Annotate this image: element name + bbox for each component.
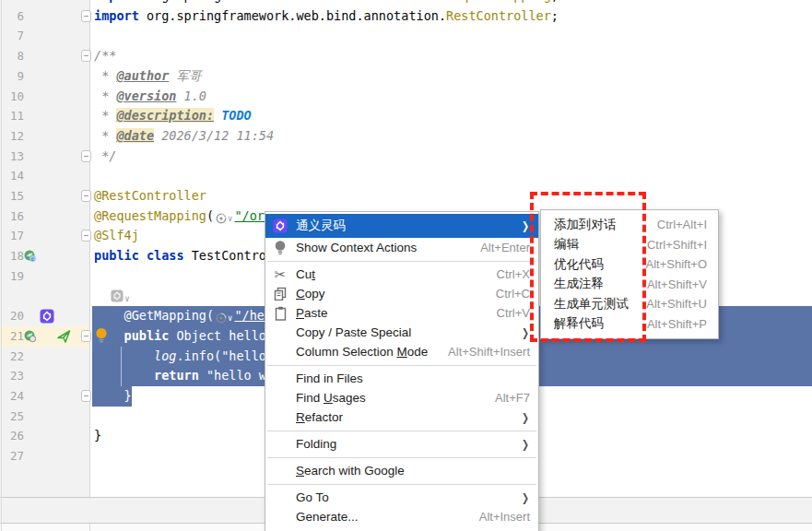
fold-marker-icon[interactable] bbox=[81, 10, 91, 22]
fold-marker-icon[interactable] bbox=[81, 150, 91, 162]
menu-item-label: Paste bbox=[296, 306, 328, 320]
menu-item-find-usages[interactable]: Find UsagesAlt+F7 bbox=[265, 388, 538, 407]
submenu-shortcut: Alt+Shift+U bbox=[646, 297, 707, 311]
code-token: "hello w bbox=[206, 368, 266, 383]
menu-separator bbox=[265, 454, 538, 461]
cut-icon: ✂ bbox=[272, 266, 288, 283]
lingma-inlay-row: ∨ bbox=[94, 287, 132, 307]
line-number: 19 bbox=[0, 269, 24, 283]
code-token: org.springframework.web.bind.annotation. bbox=[139, 8, 446, 23]
fold-marker-icon[interactable] bbox=[81, 190, 91, 202]
menu-item-label: Go To bbox=[296, 490, 329, 504]
bean-gutter-icon[interactable]: c bbox=[23, 249, 38, 264]
code-line: */ bbox=[94, 147, 116, 167]
code-token: */ bbox=[94, 148, 116, 163]
code-token: org.springframework.web.bind.annotation. bbox=[139, 0, 446, 3]
menu-item-copy[interactable]: CopyCtrl+C bbox=[265, 284, 538, 303]
code-line: @GetMapping(∨"/he bbox=[94, 306, 265, 326]
menu-item-refactor[interactable]: Refactor❯ bbox=[265, 407, 538, 427]
panel-left-border bbox=[1, 0, 2, 531]
code-token: RequestMapping bbox=[446, 0, 551, 3]
line-number: 12 bbox=[0, 129, 24, 143]
code-line: * @author 军哥 bbox=[94, 66, 201, 87]
menu-item-label: Copy bbox=[296, 287, 325, 301]
code-token: public class bbox=[94, 248, 184, 263]
menu-item-label: 通义灵码 bbox=[296, 218, 346, 234]
bottom-panel-divider bbox=[89, 524, 90, 531]
code-token: .info( bbox=[176, 348, 221, 363]
menu-shortcut: Alt+Enter bbox=[480, 241, 530, 254]
menu-separator bbox=[265, 480, 538, 488]
code-token: * bbox=[94, 88, 116, 103]
menu-item-go-to[interactable]: Go To❯ bbox=[265, 488, 538, 507]
code-token bbox=[94, 289, 109, 303]
intention-bulb-icon[interactable] bbox=[95, 327, 108, 343]
menu-item-label: Search with Google bbox=[296, 464, 405, 478]
menu-item-cut[interactable]: ✂CutCtrl+X bbox=[265, 265, 538, 284]
submenu-shortcut: Alt+Shift+O bbox=[646, 257, 707, 271]
fold-marker-icon[interactable] bbox=[81, 50, 91, 62]
menu-shortcut: Alt+Insert bbox=[479, 510, 530, 524]
code-line: /** bbox=[94, 46, 116, 66]
code-token: TestContro bbox=[184, 248, 266, 263]
code-line: @RestController bbox=[94, 186, 206, 206]
line-number: 25 bbox=[0, 409, 24, 423]
send-gutter-icon[interactable] bbox=[56, 329, 71, 344]
code-line: import org.springframework.web.bind.anno… bbox=[94, 6, 559, 27]
menu-shortcut: Ctrl+V bbox=[497, 306, 530, 320]
code-token: * bbox=[94, 128, 116, 143]
menu-item-show-context-actions[interactable]: Show Context ActionsAlt+Enter bbox=[265, 238, 538, 257]
menu-separator bbox=[265, 257, 538, 265]
code-line: } bbox=[94, 386, 132, 407]
fold-marker-icon[interactable] bbox=[81, 330, 91, 342]
fold-marker-icon[interactable] bbox=[81, 230, 91, 242]
menu-item-lingma[interactable]: 通义灵码❯ bbox=[265, 214, 538, 238]
code-token: import bbox=[94, 0, 139, 3]
menu-separator bbox=[265, 361, 538, 369]
code-token: @date bbox=[116, 128, 154, 143]
menu-item-paste[interactable]: PasteCtrl+V bbox=[265, 303, 538, 323]
code-line: * @version 1.0 bbox=[94, 87, 206, 107]
fold-marker-icon[interactable] bbox=[81, 390, 91, 402]
bean2-gutter-icon[interactable] bbox=[23, 329, 38, 344]
code-token bbox=[94, 348, 154, 363]
menu-item-find-in-files[interactable]: Find in Files bbox=[265, 369, 538, 388]
line-number: 18 bbox=[0, 249, 24, 263]
lingma-gutter-icon[interactable] bbox=[40, 309, 54, 324]
submenu-shortcut: Alt+Shift+P bbox=[647, 317, 707, 331]
submenu-arrow-icon: ❯ bbox=[522, 411, 529, 424]
menu-separator bbox=[265, 427, 538, 434]
globe-inlay-icon[interactable]: ∨ bbox=[216, 209, 232, 230]
code-token: ( bbox=[206, 208, 214, 223]
code-token: 军哥 bbox=[169, 68, 201, 83]
code-token: "hello bbox=[221, 348, 266, 363]
menu-item-column-selection-mode[interactable]: Column Selection ModeAlt+Shift+Insert bbox=[265, 342, 538, 361]
menu-shortcut: Ctrl+C bbox=[496, 287, 530, 301]
menu-item-copy-paste-special[interactable]: Copy / Paste Special❯ bbox=[265, 323, 538, 342]
lingma-icon bbox=[272, 218, 288, 234]
line-number: 17 bbox=[0, 229, 24, 242]
submenu-shortcut: Ctrl+Shift+I bbox=[647, 238, 707, 252]
copy-icon bbox=[272, 286, 288, 302]
menu-shortcut: Alt+F7 bbox=[495, 391, 530, 405]
code-line: log.info("hello bbox=[94, 347, 266, 367]
code-token: log bbox=[154, 348, 176, 363]
menu-item-label: Column Selection Mode bbox=[296, 345, 428, 359]
code-token bbox=[199, 368, 206, 383]
code-token: @version bbox=[116, 88, 176, 103]
code-token: @Slf4j bbox=[94, 228, 139, 242]
submenu-arrow-icon: ❯ bbox=[522, 438, 529, 451]
code-token bbox=[214, 108, 221, 123]
line-number: 6 bbox=[0, 9, 24, 23]
code-token: 2026/3/12 11:54 bbox=[154, 128, 274, 143]
code-token: @GetMapping bbox=[124, 308, 206, 323]
menu-item-folding[interactable]: Folding❯ bbox=[265, 434, 538, 454]
line-number: 27 bbox=[0, 449, 24, 463]
code-line: public class TestContro bbox=[94, 246, 266, 266]
code-token: "/he bbox=[234, 308, 265, 323]
submenu-shortcut: Ctrl+Alt+I bbox=[657, 218, 707, 231]
menu-item-search-with-google[interactable]: Search with Google bbox=[265, 461, 538, 480]
menu-shortcut: Ctrl+X bbox=[497, 267, 530, 281]
submenu-arrow-icon: ❯ bbox=[522, 219, 529, 232]
menu-item-generate-[interactable]: Generate...Alt+Insert bbox=[265, 507, 538, 526]
